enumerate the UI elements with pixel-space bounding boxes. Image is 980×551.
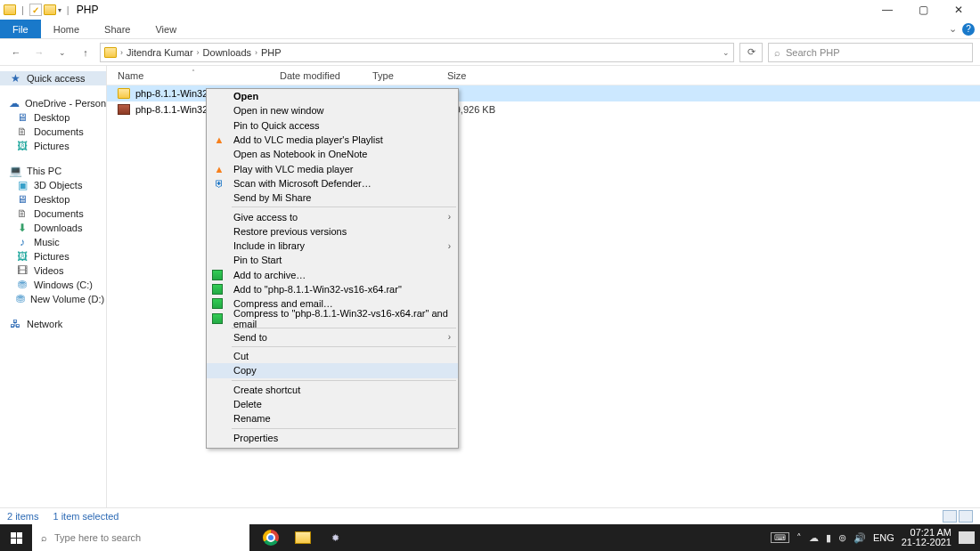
ctx-add-rar[interactable]: Add to "php-8.1.1-Win32-vs16-x64.rar" [207,282,458,296]
ctx-properties[interactable]: Properties [207,431,458,445]
nav-back-button[interactable]: ← [7,44,25,61]
ctx-copy[interactable]: Copy [207,363,458,377]
ctx-open[interactable]: Open [207,89,458,103]
tab-file[interactable]: File [0,20,41,38]
taskbar-chrome[interactable] [255,524,287,551]
ctx-delete[interactable]: Delete [207,397,458,411]
nav-drive-d[interactable]: ⛃New Volume (D:) [0,292,106,306]
crumb-user[interactable]: Jitendra Kumar [127,47,193,58]
nav-recent-dropdown[interactable]: ⌄ [53,44,71,61]
crumb-downloads[interactable]: Downloads [203,47,251,58]
action-center-icon[interactable] [959,531,975,544]
winrar-icon [212,270,223,280]
maximize-button[interactable]: ▢ [905,0,941,20]
ctx-open-new-window[interactable]: Open in new window [207,103,458,117]
nav-pictures[interactable]: 🖼Pictures [0,249,106,263]
navigation-pane[interactable]: ★Quick access ☁OneDrive - Personal 🖥Desk… [0,66,107,507]
ctx-add-archive[interactable]: Add to archive… [207,268,458,282]
qat-properties-icon[interactable]: ✓ [29,4,42,16]
address-bar[interactable]: › Jitendra Kumar › Downloads › PHP ⌄ [100,43,734,62]
search-placeholder: Search PHP [786,47,840,58]
title-bar: | ✓ ▾ | PHP — ▢ ✕ [0,0,980,20]
column-headers[interactable]: Name˄ Date modified Type Size [107,66,980,85]
nav-up-button[interactable]: ↑ [77,44,94,61]
context-menu: Open Open in new window Pin to Quick acc… [206,88,459,449]
tray-battery-icon[interactable]: ▮ [826,532,831,544]
ctx-compress-to-email[interactable]: Compress to "php-8.1.1-Win32-vs16-x64.ra… [207,311,458,325]
nav-documents[interactable]: 🗎Documents [0,207,106,221]
touch-keyboard-icon[interactable]: ⌨ [771,532,789,543]
nav-desktop[interactable]: 🖥Desktop [0,192,106,207]
search-box[interactable]: ⌕ Search PHP [768,43,973,62]
status-bar: 2 items 1 item selected [0,507,980,524]
winrar-icon [212,313,223,324]
ribbon-tabs: File Home Share View ⌄ ? [0,20,980,39]
shield-icon: ⛨ [212,176,226,190]
ctx-onenote[interactable]: Open as Notebook in OneNote [207,147,458,161]
help-icon[interactable]: ? [962,23,975,36]
nav-forward-button[interactable]: → [30,44,48,61]
chrome-icon [263,530,279,546]
view-details-button[interactable] [943,510,957,523]
ctx-create-shortcut[interactable]: Create shortcut [207,383,458,397]
qat-dropdown-icon[interactable]: ▾ [58,6,61,14]
refresh-button[interactable]: ⟳ [739,43,763,62]
ctx-give-access[interactable]: Give access to› [207,209,458,223]
ctx-include-library[interactable]: Include in library› [207,239,458,253]
nav-onedrive-desktop[interactable]: 🖥Desktop [0,110,106,125]
tray-onedrive-icon[interactable]: ☁ [809,532,819,544]
nav-network[interactable]: 🖧Network [0,317,106,331]
col-size[interactable]: Size [442,70,495,81]
tab-view[interactable]: View [143,20,189,38]
taskbar-search[interactable]: ⌕ Type here to search [32,524,249,551]
ctx-restore-previous[interactable]: Restore previous versions [207,224,458,239]
ctx-mi-share[interactable]: Send by Mi Share [207,190,458,205]
ctx-pin-start[interactable]: Pin to Start [207,253,458,267]
chevron-right-icon: › [448,332,451,342]
ctx-rename[interactable]: Rename [207,411,458,425]
taskbar-explorer[interactable] [287,524,319,551]
ctx-vlc-play[interactable]: ▲Play with VLC media player [207,161,458,175]
system-tray: ⌨ ˄ ☁ ▮ ⊚ 🔊 ENG 07:21 AM 21-12-2021 [771,528,980,547]
ribbon-toggle-icon[interactable]: ⌄ [949,23,957,35]
tab-home[interactable]: Home [41,20,92,38]
tray-language[interactable]: ENG [873,532,894,543]
tray-clock[interactable]: 07:21 AM 21-12-2021 [902,528,951,547]
ctx-defender[interactable]: ⛨Scan with Microsoft Defender… [207,176,458,190]
status-selected-count: 1 item selected [53,511,118,522]
nav-drive-c[interactable]: ⛃Windows (C:) [0,278,106,292]
nav-onedrive-pictures[interactable]: 🖼Pictures [0,139,106,153]
crumb-php[interactable]: PHP [261,47,282,58]
nav-thispc[interactable]: 💻This PC [0,164,106,178]
col-date[interactable]: Date modified [274,70,367,81]
tray-chevron-up-icon[interactable]: ˄ [796,532,802,544]
nav-music[interactable]: ♪Music [0,235,106,249]
tab-share[interactable]: Share [92,20,143,38]
ctx-cut[interactable]: Cut [207,349,458,363]
taskbar-app[interactable]: ✹ [319,524,351,551]
tray-wifi-icon[interactable]: ⊚ [838,532,846,544]
view-large-button[interactable] [959,510,973,523]
qat-newfolder-icon[interactable] [44,4,56,15]
nav-downloads[interactable]: ⬇Downloads [0,221,106,235]
nav-quick-access[interactable]: ★Quick access [0,71,106,85]
tray-volume-icon[interactable]: 🔊 [853,532,866,544]
explorer-icon [295,531,311,544]
start-button[interactable] [0,524,32,551]
nav-3dobjects[interactable]: ▣3D Objects [0,178,106,192]
ctx-pin-quick-access[interactable]: Pin to Quick access [207,118,458,133]
nav-onedrive[interactable]: ☁OneDrive - Personal [0,96,106,110]
search-icon: ⌕ [41,532,47,543]
close-button[interactable]: ✕ [941,0,976,20]
address-folder-icon [104,47,117,58]
ctx-send-to[interactable]: Send to› [207,330,458,344]
nav-onedrive-documents[interactable]: 🗎Documents [0,125,106,139]
address-dropdown-icon[interactable]: ⌄ [723,48,730,57]
col-type[interactable]: Type [367,70,442,81]
minimize-button[interactable]: — [870,0,905,20]
winrar-icon [212,284,223,295]
col-name[interactable]: Name˄ [112,70,274,81]
nav-videos[interactable]: 🎞Videos [0,263,106,278]
folder-icon [118,88,130,99]
ctx-vlc-playlist[interactable]: ▲Add to VLC media player's Playlist [207,133,458,147]
